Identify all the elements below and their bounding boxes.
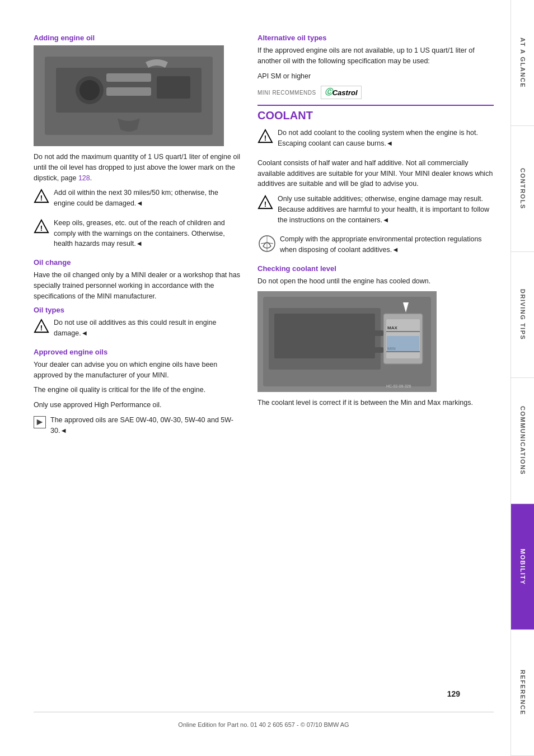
coolant-warning-icon-2: ! — [257, 195, 273, 211]
oil-change-heading: Oil change — [34, 258, 241, 267]
castrol-label: Castrol — [332, 88, 358, 97]
adding-engine-oil-heading: Adding engine oil — [34, 34, 241, 42]
svg-rect-6 — [106, 87, 151, 96]
approved-oils-para3: Only use approved High Performance oil. — [34, 400, 241, 410]
coolant-warning-icon-1: ! — [257, 129, 273, 144]
svg-rect-32 — [387, 336, 419, 351]
coolant-warning2-text: Only use suitable additives; otherwise, … — [278, 194, 494, 225]
svg-text:!: ! — [40, 324, 43, 332]
checking-coolant-para2: The coolant level is correct if it is be… — [257, 398, 494, 408]
alt-oil-types-text: If the approved engine oils are not avai… — [257, 45, 494, 67]
svg-marker-14 — [37, 419, 43, 426]
oil-change-text: Have the oil changed only by a MINI deal… — [34, 270, 241, 301]
warning-triangle-icon-2: ! — [34, 219, 49, 235]
sidebar-mobility[interactable]: MOBILITY — [511, 504, 534, 630]
page-footer: Online Edition for Part no. 01 40 2 605 … — [34, 712, 494, 734]
coolant-level-image: MAX MIN HC-02-08-326 — [257, 291, 437, 392]
svg-text:!: ! — [40, 194, 43, 202]
svg-point-4 — [79, 80, 100, 100]
oil-types-warning-text: Do not use oil additives as this could r… — [54, 318, 241, 339]
mini-recommends-label: MINI RECOMMENDS — [257, 90, 316, 96]
sidebar-at-a-glance[interactable]: AT A GLANCE — [511, 0, 534, 126]
svg-text:!: ! — [264, 200, 266, 208]
coolant-warning-box-1: ! Do not add coolant to the cooling syst… — [257, 128, 494, 153]
approved-oils-info-text: The approved oils are SAE 0W-40, 0W-30, … — [50, 415, 241, 436]
approved-oils-section: Approved engine oils Your dealer can adv… — [34, 348, 241, 441]
svg-text:!: ! — [40, 223, 43, 232]
oil-types-warning-box: ! Do not use oil additives as this could… — [34, 318, 241, 343]
svg-rect-33 — [358, 330, 383, 336]
svg-rect-34 — [358, 347, 383, 353]
svg-text:HC-02-08-326: HC-02-08-326 — [386, 384, 411, 388]
page-number: 129 — [34, 689, 494, 698]
coolant-para1: Coolant consists of half water and half … — [257, 158, 494, 189]
coolant-heading: COOLANT — [257, 105, 494, 122]
arrow-icon — [34, 416, 46, 428]
alt-oil-types-heading: Alternative oil types — [257, 34, 494, 42]
alt-oil-types-section: Alternative oil types If the approved en… — [257, 34, 494, 99]
mini-recommends: MINI RECOMMENDS Ⓒ Castrol — [257, 86, 494, 99]
two-col-layout: Adding engine oil — [34, 34, 494, 689]
approved-oils-para2: The engine oil quality is critical for t… — [34, 385, 241, 395]
approved-oils-info-box: The approved oils are SAE 0W-40, 0W-30, … — [34, 415, 241, 441]
env-box: Comply with the appropriate environmenta… — [257, 234, 494, 260]
coolant-warning-box-2: ! Only use suitable additives; otherwise… — [257, 194, 494, 230]
svg-text:!: ! — [264, 134, 266, 142]
engine-image — [34, 45, 224, 146]
warning-triangle-icon-3: ! — [34, 319, 49, 334]
sidebar-reference[interactable]: REFERENCE — [511, 630, 534, 756]
env-text: Comply with the appropriate environmenta… — [280, 234, 494, 255]
oil-types-heading: Oil types — [34, 306, 241, 314]
adding-oil-para1: Do not add the maximum quantity of 1 US … — [34, 152, 241, 183]
env-icon — [257, 234, 275, 252]
warning-box-1: ! Add oil within the next 30 miles/50 km… — [34, 188, 241, 213]
castrol-logo: Ⓒ Castrol — [321, 86, 362, 99]
right-column: Alternative oil types If the approved en… — [257, 34, 494, 689]
oil-change-section: Oil change Have the oil changed only by … — [34, 258, 241, 301]
sidebar-driving-tips[interactable]: DRIVING TIPS — [511, 252, 534, 378]
warning1-text: Add oil within the next 30 miles/50 km; … — [54, 188, 241, 209]
checking-coolant-section: Checking coolant level Do not open the h… — [257, 264, 494, 408]
checking-coolant-heading: Checking coolant level — [257, 264, 494, 273]
oil-types-section: Oil types ! Do not use oil additives as … — [34, 306, 241, 343]
svg-text:MAX: MAX — [387, 325, 397, 330]
warning-box-2: ! Keep oils, greases, etc. out of the re… — [34, 218, 241, 254]
approved-oils-heading: Approved engine oils — [34, 348, 241, 356]
checking-coolant-para1: Do not open the hood until the engine ha… — [257, 276, 494, 287]
castrol-icon: Ⓒ — [325, 87, 332, 97]
adding-engine-oil-section: Adding engine oil — [34, 34, 241, 254]
page-container: Adding engine oil — [0, 0, 534, 756]
coolant-warning1-text: Do not add coolant to the cooling system… — [278, 128, 494, 149]
main-content: Adding engine oil — [0, 0, 510, 756]
para1-link[interactable]: 128 — [78, 174, 90, 182]
left-column: Adding engine oil — [34, 34, 241, 689]
warning-triangle-icon-1: ! — [34, 189, 49, 204]
svg-rect-5 — [106, 73, 151, 82]
warning2-text: Keep oils, greases, etc. out of the reac… — [54, 218, 241, 249]
sidebar-controls[interactable]: CONTROLS — [511, 126, 534, 252]
svg-rect-7 — [157, 76, 190, 99]
sidebar-communications[interactable]: COMMUNICATIONS — [511, 378, 534, 504]
sidebar: AT A GLANCE CONTROLS DRIVING TIPS COMMUN… — [510, 0, 534, 756]
alt-oil-spec: API SM or higher — [257, 71, 494, 82]
approved-oils-para1: Your dealer can advise you on which engi… — [34, 360, 241, 381]
